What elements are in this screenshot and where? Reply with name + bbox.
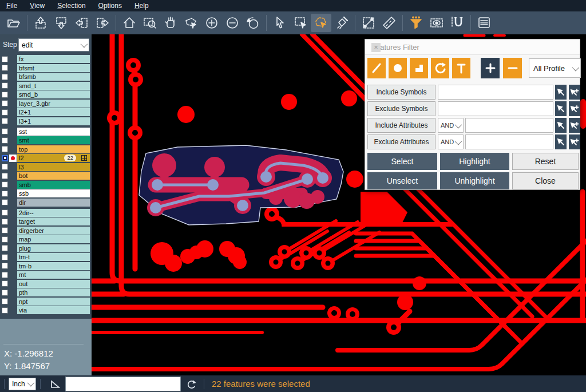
layer-row-layer_3.gbr[interactable]: layer_3.gbr: [0, 100, 92, 108]
layer-visibility-checkbox[interactable]: [2, 209, 8, 216]
sync-icon[interactable]: [185, 378, 197, 390]
view-options-icon[interactable]: [426, 14, 447, 32]
layer-row-sst[interactable]: sst: [0, 128, 92, 136]
layer-name[interactable]: bfsmb: [17, 73, 90, 81]
layer-row-ssb[interactable]: ssb: [0, 189, 92, 197]
layer-row-dirgerber[interactable]: dirgerber: [0, 227, 92, 235]
layer-row-2dir--[interactable]: 2dir--: [0, 209, 92, 217]
layer-row-via[interactable]: via: [0, 306, 92, 314]
layer-visibility-checkbox[interactable]: [2, 236, 8, 243]
profile-select[interactable]: All Profile: [529, 58, 581, 78]
layer-row-mt[interactable]: mt: [0, 271, 92, 279]
layer-name[interactable]: bfsmt: [17, 64, 90, 72]
layer-row-target[interactable]: target: [0, 217, 92, 225]
layers-panel-icon[interactable]: [474, 14, 494, 32]
layer-row-smd_b[interactable]: smd_b: [0, 90, 92, 98]
layer-row-map[interactable]: map: [0, 235, 92, 243]
layer-name[interactable]: layer_3.gbr: [17, 100, 90, 108]
features-filter-icon[interactable]: [406, 14, 426, 32]
exclude-symbols-button[interactable]: Exclude Symbols: [367, 101, 435, 116]
layer-row-smb[interactable]: smb: [0, 181, 92, 189]
layer-name[interactable]: smd_b: [17, 90, 90, 98]
layer-visibility-checkbox[interactable]: [2, 173, 8, 179]
scroll-up-icon[interactable]: [30, 14, 51, 32]
select-rectangle-icon[interactable]: [290, 14, 311, 32]
pick-attribute-icon[interactable]: [555, 118, 567, 133]
layer-row-smt[interactable]: smt: [0, 136, 92, 144]
layer-row-l3[interactable]: l3: [0, 163, 92, 171]
layer-name[interactable]: out: [17, 280, 90, 288]
zoom-previous-icon[interactable]: [243, 14, 263, 32]
pick-symbol-icon[interactable]: [555, 85, 567, 100]
layer-visibility-checkbox[interactable]: [2, 272, 8, 278]
pick-attribute-icon[interactable]: [555, 134, 567, 149]
pick-add-symbol-icon[interactable]: [569, 101, 580, 116]
layer-name[interactable]: smd_t: [17, 82, 90, 90]
layer-name[interactable]: plug: [17, 244, 90, 252]
filter-add-button[interactable]: [481, 58, 500, 78]
select-polygon-icon[interactable]: [311, 14, 331, 32]
layer-name[interactable]: mt: [17, 271, 90, 279]
layer-row-pth[interactable]: pth: [0, 288, 92, 296]
layer-row-bfsmt[interactable]: bfsmt: [0, 64, 92, 72]
clear-selection-brush-icon[interactable]: [331, 14, 352, 32]
scroll-right-icon[interactable]: [92, 14, 113, 32]
layer-row-npt[interactable]: npt: [0, 298, 92, 306]
layer-visibility-checkbox[interactable]: [2, 128, 8, 134]
layer-visibility-checkbox[interactable]: [2, 280, 8, 287]
ruler-icon[interactable]: [379, 14, 399, 32]
feature-table-icon[interactable]: [81, 155, 87, 161]
layer-visibility-checkbox[interactable]: [2, 290, 8, 296]
layer-visibility-checkbox[interactable]: [2, 92, 8, 98]
layer-name[interactable]: fx: [17, 55, 90, 63]
layer-visibility-checkbox[interactable]: [2, 56, 8, 62]
pick-add-symbol-icon[interactable]: [569, 85, 580, 100]
measure-points-icon[interactable]: [358, 14, 379, 32]
scroll-down-icon[interactable]: [51, 14, 72, 32]
layer-row-l2[interactable]: l222: [0, 154, 92, 162]
pan-hand-icon[interactable]: [160, 14, 181, 32]
command-input[interactable]: [65, 377, 181, 391]
home-view-icon[interactable]: [119, 14, 140, 32]
layer-visibility-checkbox[interactable]: [2, 146, 8, 152]
zoom-window-icon[interactable]: [140, 14, 160, 32]
layer-visibility-checkbox[interactable]: [2, 164, 8, 170]
filter-lines-button[interactable]: [367, 58, 386, 78]
reset-button[interactable]: Reset: [512, 153, 579, 170]
menu-options[interactable]: Options: [92, 1, 128, 11]
layer-visibility-checkbox[interactable]: [2, 219, 8, 225]
exclude-attributes-input[interactable]: [465, 134, 553, 149]
layer-visibility-checkbox[interactable]: [2, 227, 8, 233]
layer-name[interactable]: smt: [17, 136, 90, 144]
close-button[interactable]: Close: [512, 172, 579, 189]
filter-surfaces-button[interactable]: [410, 58, 428, 78]
snap-magnet-icon[interactable]: [447, 14, 468, 32]
filter-pads-button[interactable]: [389, 58, 407, 78]
layer-row-out[interactable]: out: [0, 280, 92, 288]
layer-visibility-checkbox[interactable]: [2, 118, 8, 124]
units-select[interactable]: Inch: [9, 378, 36, 390]
layer-visibility-checkbox[interactable]: [2, 74, 8, 80]
scroll-left-icon[interactable]: [72, 14, 92, 32]
layer-visibility-checkbox[interactable]: [2, 298, 8, 304]
layer-name[interactable]: sst: [17, 128, 90, 136]
open-file-icon[interactable]: [3, 14, 24, 32]
layer-name[interactable]: l2+1: [17, 108, 90, 116]
exclude-attributes-button[interactable]: Exclude Attributes: [367, 134, 435, 149]
highlight-button[interactable]: Highlight: [440, 153, 509, 170]
close-icon[interactable]: ×: [371, 43, 381, 52]
angle-corner-icon[interactable]: [49, 378, 61, 390]
layer-row-tm-t[interactable]: tm-t: [0, 253, 92, 261]
filter-remove-button[interactable]: [503, 58, 522, 78]
layer-visibility-checkbox[interactable]: [2, 109, 8, 116]
layer-row-plug[interactable]: plug: [0, 244, 92, 252]
exclude-symbols-input[interactable]: [438, 101, 553, 116]
layer-visibility-checkbox[interactable]: [2, 263, 8, 269]
menu-help[interactable]: Help: [128, 1, 155, 11]
pick-symbol-icon[interactable]: [555, 101, 567, 116]
zoom-out-icon[interactable]: [222, 14, 243, 32]
menu-selection[interactable]: Selection: [51, 1, 92, 11]
layer-name[interactable]: map: [17, 235, 90, 243]
layer-name[interactable]: via: [17, 306, 90, 314]
include-symbols-input[interactable]: [438, 85, 553, 100]
